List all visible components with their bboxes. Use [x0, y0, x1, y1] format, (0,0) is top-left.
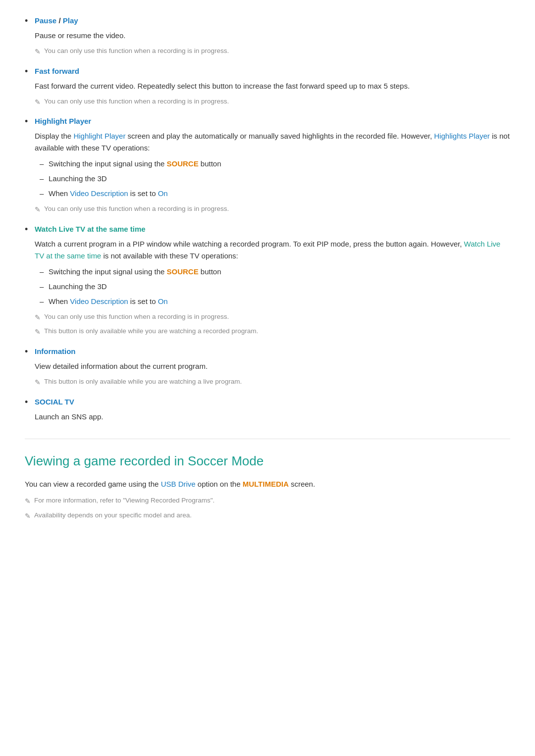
section-note-text-1: For more information, refer to "Viewing … — [34, 495, 214, 506]
bullet-social-tv: SOCIAL TV Launch an SNS app. — [25, 396, 510, 423]
bullet-watch-live-tv: Watch Live TV at the same time Watch a c… — [25, 223, 510, 338]
fast-forward-note-text-1: You can only use this function when a re… — [44, 96, 229, 107]
fast-forward-note-1: ✎ You can only use this function when a … — [35, 96, 510, 108]
watch-live-tv-link[interactable]: Watch Live TV at the same time — [35, 225, 146, 233]
watch-live-tv-note-2: ✎ This button is only available while yo… — [35, 326, 510, 338]
social-tv-link[interactable]: SOCIAL TV — [35, 398, 74, 406]
social-tv-body: Launch an SNS app. — [35, 411, 510, 423]
bullet-title-watch-live-tv: Watch Live TV at the same time — [35, 223, 510, 235]
sub-item-source-2: Switching the input signal using the SOU… — [40, 266, 510, 278]
fast-forward-link[interactable]: Fast forward — [35, 67, 79, 75]
note-icon: ✎ — [35, 204, 41, 215]
highlight-player-ref1: Highlight Player — [73, 132, 125, 140]
highlight-player-ref2: Highlights Player — [434, 132, 490, 140]
information-note-1: ✎ This button is only available while yo… — [35, 376, 510, 388]
bullet-title-social-tv: SOCIAL TV — [35, 396, 510, 408]
section-note-1: ✎ For more information, refer to "Viewin… — [25, 495, 510, 507]
bullet-pause-play: Pause / Play Pause or resume the video. … — [25, 15, 510, 57]
on-ref-2: On — [158, 297, 168, 305]
source-ref-1: SOURCE — [166, 159, 198, 168]
separator: / — [58, 16, 62, 25]
multimedia-ref: MULTIMEDIA — [243, 480, 289, 488]
bullet-information: Information View detailed information ab… — [25, 346, 510, 388]
highlight-player-sub-list: Switching the input signal using the SOU… — [40, 158, 510, 200]
main-bullet-list: Pause / Play Pause or resume the video. … — [25, 15, 510, 423]
bullet-title-fast-forward: Fast forward — [35, 65, 510, 77]
watch-live-tv-body: Watch a current program in a PIP window … — [35, 238, 510, 262]
sub-item-3d-2: Launching the 3D — [40, 281, 510, 293]
section-heading: Viewing a game recorded in Soccer Mode — [25, 451, 510, 472]
section-subtitle: You can view a recorded game using the U… — [25, 478, 510, 490]
note-icon: ✎ — [25, 496, 31, 507]
sub-item-video-desc-1: When Video Description is set to On — [40, 188, 510, 200]
video-description-ref-2: Video Description — [70, 297, 128, 305]
section-divider — [25, 439, 510, 439]
sub-item-source-1: Switching the input signal using the SOU… — [40, 158, 510, 170]
pause-play-note-text-1: You can only use this function when a re… — [44, 46, 229, 56]
bullet-highlight-player: Highlight Player Display the Highlight P… — [25, 115, 510, 215]
highlight-player-body: Display the Highlight Player screen and … — [35, 130, 510, 154]
note-icon: ✎ — [35, 327, 41, 338]
pause-play-note-1: ✎ You can only use this function when a … — [35, 46, 510, 57]
section-note-text-2: Availability depends on your specific mo… — [34, 510, 192, 521]
sub-item-3d-1: Launching the 3D — [40, 173, 510, 185]
on-ref-1: On — [158, 189, 168, 198]
bullet-title-pause-play: Pause / Play — [35, 15, 510, 27]
sub-item-video-desc-2: When Video Description is set to On — [40, 296, 510, 307]
watch-live-tv-note-1: ✎ You can only use this function when a … — [35, 311, 510, 323]
usb-drive-ref: USB Drive — [161, 480, 196, 488]
highlight-player-note-1: ✎ You can only use this function when a … — [35, 203, 510, 215]
information-note-text-1: This button is only available while you … — [44, 376, 242, 387]
watch-live-tv-ref: Watch Live TV at the same time — [35, 240, 500, 260]
section-note-2: ✎ Availability depends on your specific … — [25, 510, 510, 522]
note-icon: ✎ — [25, 511, 31, 522]
bullet-fast-forward: Fast forward Fast forward the current vi… — [25, 65, 510, 108]
pause-link[interactable]: Pause — [35, 16, 56, 25]
video-description-ref-1: Video Description — [70, 189, 128, 198]
note-icon: ✎ — [35, 97, 41, 108]
information-body: View detailed information about the curr… — [35, 360, 510, 372]
note-icon: ✎ — [35, 47, 41, 57]
play-link[interactable]: Play — [63, 16, 78, 25]
watch-live-tv-note-text-1: You can only use this function when a re… — [44, 311, 229, 322]
highlight-player-note-text-1: You can only use this function when a re… — [44, 203, 229, 214]
watch-live-tv-note-text-2: This button is only available while you … — [44, 326, 258, 337]
source-ref-2: SOURCE — [166, 267, 198, 276]
note-icon: ✎ — [35, 312, 41, 323]
fast-forward-body: Fast forward the current video. Repeated… — [35, 80, 510, 92]
pause-play-body: Pause or resume the video. — [35, 30, 510, 42]
bullet-title-information: Information — [35, 346, 510, 357]
bullet-title-highlight-player: Highlight Player — [35, 115, 510, 127]
watch-live-tv-sub-list: Switching the input signal using the SOU… — [40, 266, 510, 307]
note-icon: ✎ — [35, 377, 41, 388]
information-link[interactable]: Information — [35, 347, 76, 355]
highlight-player-link[interactable]: Highlight Player — [35, 117, 91, 125]
